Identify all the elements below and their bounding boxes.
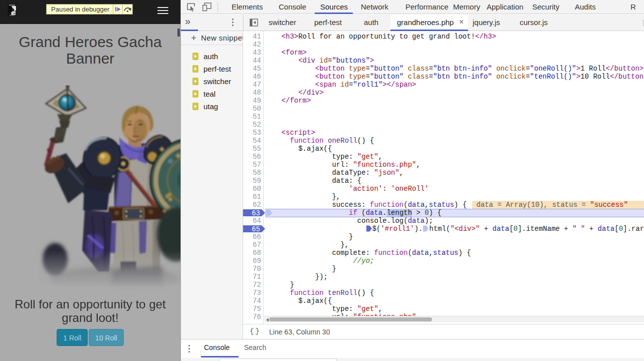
svg-text:63: 63 <box>252 209 260 216</box>
svg-text:65: 65 <box>252 225 260 232</box>
